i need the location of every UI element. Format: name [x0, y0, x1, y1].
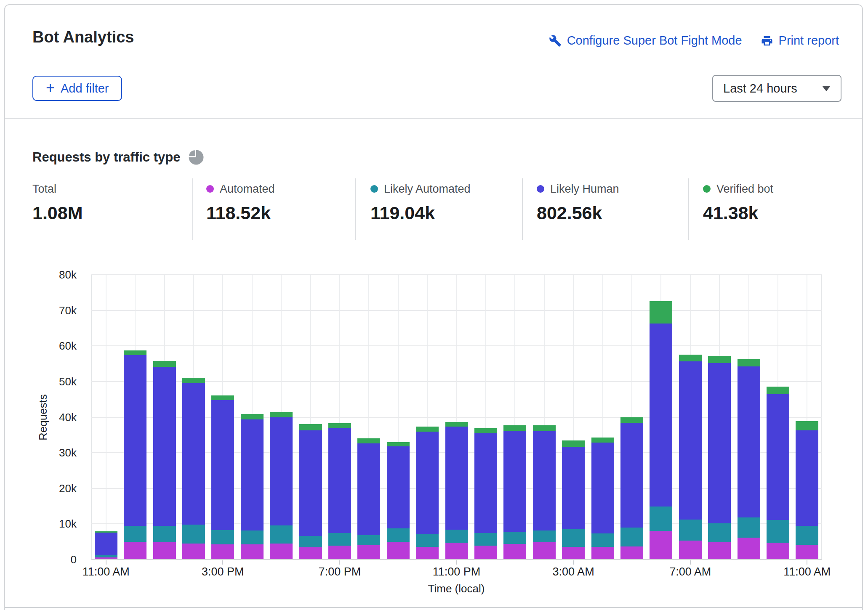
- bar-segment-likely-automated[interactable]: [241, 530, 264, 544]
- bar-segment-likely-human[interactable]: [124, 355, 146, 525]
- bar-segment-automated[interactable]: [738, 538, 760, 560]
- bar-segment-automated[interactable]: [445, 543, 468, 560]
- bar-segment-verified-bot[interactable]: [708, 356, 731, 363]
- bar-segment-verified-bot[interactable]: [533, 425, 556, 431]
- bar-segment-likely-human[interactable]: [299, 430, 322, 536]
- bar-segment-likely-automated[interactable]: [767, 520, 789, 543]
- bar-segment-likely-automated[interactable]: [299, 536, 322, 547]
- bar-segment-likely-human[interactable]: [708, 363, 731, 523]
- bar-segment-likely-automated[interactable]: [738, 517, 760, 538]
- bar-segment-automated[interactable]: [182, 544, 205, 560]
- bar-segment-automated[interactable]: [153, 542, 176, 560]
- bar-segment-verified-bot[interactable]: [153, 361, 176, 367]
- bar-segment-verified-bot[interactable]: [474, 428, 497, 433]
- bar-segment-likely-automated[interactable]: [153, 526, 176, 542]
- bar-segment-automated[interactable]: [299, 547, 322, 560]
- bar-segment-verified-bot[interactable]: [445, 422, 468, 427]
- bar-segment-likely-automated[interactable]: [328, 533, 351, 546]
- bar-segment-automated[interactable]: [533, 542, 556, 560]
- bar-segment-likely-automated[interactable]: [387, 528, 410, 541]
- bar-segment-likely-human[interactable]: [416, 432, 439, 534]
- bar-segment-likely-human[interactable]: [796, 430, 818, 526]
- bar-segment-verified-bot[interactable]: [679, 355, 702, 361]
- bar-segment-verified-bot[interactable]: [241, 414, 264, 419]
- configure-super-bot-fight-mode-link[interactable]: Configure Super Bot Fight Mode: [549, 34, 742, 48]
- print-report-link[interactable]: Print report: [761, 34, 839, 48]
- bar-segment-likely-automated[interactable]: [211, 530, 234, 544]
- bar-segment-likely-automated[interactable]: [503, 532, 526, 544]
- bar-segment-likely-human[interactable]: [241, 419, 264, 531]
- bar-segment-likely-automated[interactable]: [474, 533, 497, 546]
- bar-segment-likely-human[interactable]: [153, 367, 176, 525]
- bar-segment-likely-automated[interactable]: [708, 523, 731, 543]
- bar-segment-likely-human[interactable]: [503, 431, 526, 532]
- bar-segment-likely-automated[interactable]: [620, 528, 643, 546]
- bar-segment-automated[interactable]: [328, 546, 351, 560]
- bar-segment-likely-human[interactable]: [650, 324, 672, 507]
- bar-segment-verified-bot[interactable]: [591, 438, 614, 443]
- bar-segment-likely-human[interactable]: [182, 383, 205, 525]
- bar-segment-likely-automated[interactable]: [95, 555, 117, 557]
- bar-segment-automated[interactable]: [416, 547, 439, 560]
- bar-segment-likely-automated[interactable]: [650, 507, 672, 531]
- bar-segment-likely-human[interactable]: [562, 447, 585, 529]
- bar-segment-verified-bot[interactable]: [328, 423, 351, 428]
- bar-segment-likely-automated[interactable]: [416, 534, 439, 547]
- bar-segment-verified-bot[interactable]: [650, 301, 672, 323]
- bar-segment-verified-bot[interactable]: [416, 427, 439, 432]
- bar-segment-verified-bot[interactable]: [124, 350, 146, 355]
- bar-segment-likely-human[interactable]: [357, 443, 380, 535]
- bar-segment-likely-human[interactable]: [679, 361, 702, 520]
- bar-segment-likely-automated[interactable]: [124, 526, 146, 542]
- bar-segment-likely-human[interactable]: [211, 400, 234, 530]
- bar-segment-likely-automated[interactable]: [679, 520, 702, 541]
- bar-segment-likely-human[interactable]: [445, 427, 468, 530]
- bar-segment-likely-automated[interactable]: [591, 533, 614, 547]
- bar-segment-automated[interactable]: [211, 544, 234, 560]
- bar-segment-verified-bot[interactable]: [357, 438, 380, 443]
- bar-segment-likely-human[interactable]: [620, 423, 643, 528]
- bar-segment-automated[interactable]: [387, 542, 410, 560]
- bar-segment-automated[interactable]: [241, 544, 264, 560]
- bar-segment-automated[interactable]: [270, 544, 293, 560]
- bar-segment-likely-automated[interactable]: [270, 525, 293, 544]
- bar-segment-automated[interactable]: [767, 543, 789, 560]
- bar-segment-likely-automated[interactable]: [182, 525, 205, 544]
- bar-segment-automated[interactable]: [620, 546, 643, 560]
- bar-segment-likely-human[interactable]: [95, 533, 117, 555]
- bar-segment-verified-bot[interactable]: [299, 424, 322, 430]
- bar-segment-likely-human[interactable]: [767, 394, 789, 520]
- bar-segment-verified-bot[interactable]: [95, 531, 117, 533]
- bar-segment-automated[interactable]: [591, 547, 614, 560]
- bar-segment-likely-automated[interactable]: [357, 535, 380, 546]
- bar-segment-automated[interactable]: [474, 546, 497, 560]
- bar-segment-verified-bot[interactable]: [503, 425, 526, 431]
- bar-segment-likely-automated[interactable]: [562, 529, 585, 547]
- bar-segment-automated[interactable]: [503, 544, 526, 560]
- time-range-select[interactable]: Last 24 hours: [712, 75, 841, 102]
- bar-segment-automated[interactable]: [650, 531, 672, 560]
- bar-segment-automated[interactable]: [124, 542, 146, 560]
- bar-segment-verified-bot[interactable]: [738, 359, 760, 366]
- bar-segment-automated[interactable]: [708, 542, 731, 560]
- bar-segment-automated[interactable]: [562, 547, 585, 560]
- add-filter-button[interactable]: + Add filter: [32, 76, 122, 101]
- bar-segment-verified-bot[interactable]: [270, 412, 293, 418]
- bar-segment-likely-human[interactable]: [387, 446, 410, 528]
- bar-segment-likely-human[interactable]: [270, 417, 293, 525]
- bar-segment-verified-bot[interactable]: [211, 395, 234, 400]
- bar-segment-likely-human[interactable]: [328, 428, 351, 533]
- bar-segment-likely-human[interactable]: [738, 366, 760, 517]
- bar-segment-automated[interactable]: [357, 545, 380, 560]
- bar-segment-likely-automated[interactable]: [533, 530, 556, 542]
- bar-segment-verified-bot[interactable]: [182, 378, 205, 383]
- bar-segment-verified-bot[interactable]: [796, 421, 818, 430]
- bar-segment-verified-bot[interactable]: [620, 417, 643, 423]
- bar-segment-verified-bot[interactable]: [562, 440, 585, 447]
- bar-segment-automated[interactable]: [796, 545, 818, 560]
- bar-segment-verified-bot[interactable]: [767, 387, 789, 394]
- bar-segment-likely-human[interactable]: [533, 431, 556, 531]
- bar-segment-likely-automated[interactable]: [796, 526, 818, 545]
- bar-segment-verified-bot[interactable]: [387, 442, 410, 446]
- bar-segment-likely-automated[interactable]: [445, 530, 468, 543]
